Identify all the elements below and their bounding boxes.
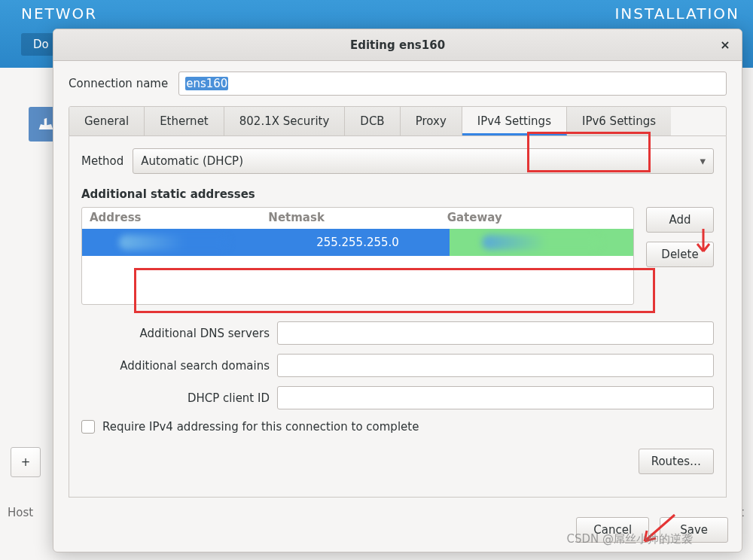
cell-gateway[interactable] bbox=[450, 229, 633, 256]
dhcp-client-id-label: DHCP client ID bbox=[81, 391, 270, 405]
routes-button[interactable]: Routes… bbox=[639, 449, 714, 474]
cell-netmask[interactable]: 255.255.255.0 bbox=[266, 229, 450, 256]
addresses-section-label: Additional static addresses bbox=[81, 187, 714, 201]
add-button[interactable]: Add bbox=[646, 207, 714, 233]
col-netmask: Netmask bbox=[268, 211, 447, 224]
connection-name-value: ens160 bbox=[185, 77, 228, 90]
watermark: CSDN @屌丝小帅的逆袭 bbox=[566, 532, 693, 546]
tabs: General Ethernet 802.1X Security DCB Pro… bbox=[69, 106, 727, 136]
dialog-titlebar: Editing ens160 × bbox=[53, 29, 742, 61]
dhcp-client-id-input[interactable] bbox=[277, 386, 714, 409]
method-label: Method bbox=[81, 154, 123, 168]
tab-8021x[interactable]: 802.1X Security bbox=[224, 107, 346, 135]
address-table[interactable]: Address Netmask Gateway 255.255.255.0 bbox=[81, 207, 634, 305]
require-ipv4-checkbox[interactable] bbox=[81, 420, 95, 434]
delete-button[interactable]: Delete bbox=[646, 242, 714, 267]
col-address: Address bbox=[90, 211, 268, 224]
add-interface-button[interactable]: + bbox=[11, 447, 41, 477]
tab-dcb[interactable]: DCB bbox=[345, 107, 400, 135]
tab-content-ipv4: Method Automatic (DHCP) Additional stati… bbox=[69, 136, 727, 498]
col-gateway: Gateway bbox=[447, 211, 626, 224]
tab-ethernet[interactable]: Ethernet bbox=[145, 107, 224, 135]
tab-ipv4-settings[interactable]: IPv4 Settings bbox=[462, 107, 567, 135]
tab-ipv6-settings[interactable]: IPv6 Settings bbox=[567, 107, 671, 135]
dialog-title: Editing ens160 bbox=[350, 38, 445, 52]
tab-general[interactable]: General bbox=[69, 107, 145, 135]
cell-address[interactable] bbox=[82, 229, 266, 256]
host-label-left: Host bbox=[8, 506, 33, 519]
address-table-header: Address Netmask Gateway bbox=[82, 208, 633, 229]
installer-title-right: INSTALLATION bbox=[614, 5, 739, 23]
require-ipv4-label: Require IPv4 addressing for this connect… bbox=[102, 420, 419, 434]
dns-input[interactable] bbox=[277, 321, 714, 345]
tab-proxy[interactable]: Proxy bbox=[401, 107, 462, 135]
method-combo[interactable]: Automatic (DHCP) bbox=[133, 148, 714, 174]
table-row[interactable]: 255.255.255.0 bbox=[82, 229, 633, 256]
search-domains-label: Additional search domains bbox=[81, 359, 270, 373]
close-icon[interactable]: × bbox=[716, 35, 734, 53]
edit-connection-dialog: Editing ens160 × Connection name ens160 … bbox=[53, 29, 742, 552]
search-domains-input[interactable] bbox=[277, 354, 714, 377]
dns-label: Additional DNS servers bbox=[81, 327, 270, 340]
connection-name-label: Connection name bbox=[69, 77, 168, 90]
connection-name-input[interactable]: ens160 bbox=[178, 72, 727, 96]
